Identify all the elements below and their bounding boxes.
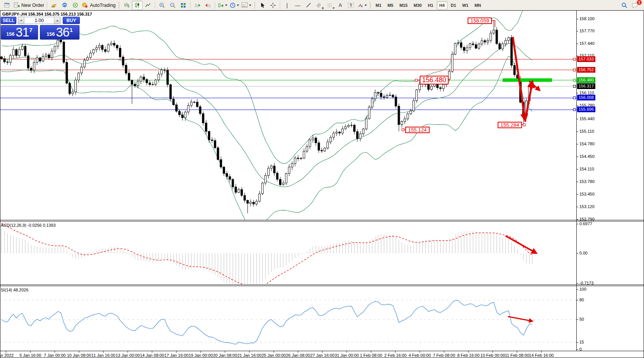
triangle-down-icon — [20, 20, 22, 21]
window-menu-icon[interactable] — [2, 1, 12, 10]
notification-badge: 1 — [636, 0, 642, 5]
volume-decrease-button[interactable] — [18, 17, 24, 24]
separator — [280, 2, 280, 9]
signals-icon-button[interactable] — [70, 1, 81, 10]
search-icon — [621, 2, 628, 8]
horizontal-line-tool-button[interactable]: — — [292, 1, 303, 10]
sell-price-display[interactable]: 156 31 7 — [1, 25, 38, 40]
chart-shift-button[interactable] — [203, 1, 213, 10]
line-chart-icon — [145, 2, 151, 8]
new-order-icon — [13, 2, 20, 8]
toolbar-handle — [370, 2, 371, 9]
new-chart-button[interactable] — [217, 1, 228, 10]
timeframe-m15[interactable]: M15 — [397, 1, 410, 10]
bar-chart-button[interactable] — [121, 1, 132, 10]
candlestick-icon — [134, 2, 140, 8]
equidistant-channel-icon — [316, 3, 322, 8]
signals-icon — [72, 2, 78, 8]
fibonacci-icon — [327, 3, 333, 8]
channel-tool-button[interactable]: E — [314, 1, 324, 10]
chart-canvas[interactable] — [0, 0, 644, 358]
arrows-icon — [357, 2, 363, 8]
sell-button[interactable]: SELL — [1, 17, 16, 24]
macd-label: ACD(12,26,9) -0.0256 0.1393 — [1, 223, 56, 228]
zoom-in-icon — [159, 2, 165, 8]
autotrading-icon — [82, 2, 88, 8]
vertical-line-tool-button[interactable]: | — [282, 1, 292, 10]
volume-control — [18, 17, 60, 24]
search-button[interactable] — [619, 1, 630, 10]
annotation-layer — [402, 21, 552, 321]
autotrading-button[interactable]: AutoTrading — [81, 1, 117, 10]
buy-price-big: 36 — [56, 25, 69, 40]
timeframe-w1[interactable]: W1 — [460, 1, 471, 10]
buy-price-int: 156 — [47, 31, 55, 37]
timeframe-d1[interactable]: D1 — [448, 1, 459, 10]
new-order-label: New Order — [21, 3, 44, 8]
gold-bar-icon[interactable] — [49, 1, 59, 10]
trend-arrow — [506, 236, 536, 253]
main-panel-layer — [0, 7, 576, 229]
zoom-out-button[interactable] — [167, 1, 178, 10]
text-label-tool-button[interactable]: T — [346, 1, 356, 10]
tile-windows-icon — [180, 2, 186, 8]
toolbar-handle — [118, 2, 120, 9]
toolbar: New Order AutoTrading — [0, 0, 644, 10]
new-order-button[interactable]: New Order — [12, 1, 45, 10]
sell-price-int: 156 — [6, 31, 15, 37]
timeframe-group: M1M5M15M30H1H4D1W1MN — [373, 1, 484, 10]
volume-increase-button[interactable] — [54, 17, 60, 24]
gold-ingot-icon — [51, 3, 57, 8]
trendline-tool-button[interactable] — [303, 1, 314, 10]
indicators-icon — [241, 2, 248, 8]
community-icon[interactable] — [59, 1, 70, 10]
dropdown-caret-icon — [237, 5, 239, 6]
arrows-tool-button[interactable] — [356, 1, 368, 10]
zoom-in-button[interactable] — [157, 1, 167, 10]
highlight-bar — [503, 78, 552, 82]
timeframe-m5[interactable]: M5 — [385, 1, 396, 10]
zoom-out-icon — [170, 2, 176, 8]
label-tool-letter: T — [348, 3, 354, 8]
fibonacci-tool-button[interactable]: F — [324, 1, 335, 10]
timeframe-m30[interactable]: M30 — [411, 1, 424, 10]
separator — [190, 2, 190, 9]
new-chart-icon — [218, 2, 224, 8]
indicators-button[interactable] — [240, 1, 252, 10]
rsi-panel-layer — [0, 300, 576, 344]
profiles-button[interactable] — [228, 1, 240, 10]
bar-chart-icon — [124, 2, 130, 8]
crosshair-tool-button[interactable] — [268, 1, 278, 10]
buy-button[interactable]: BUY — [63, 17, 80, 24]
timeframe-mn[interactable]: MN — [472, 1, 484, 10]
triangle-up-icon — [56, 20, 59, 21]
text-tool-button[interactable]: A — [335, 1, 346, 10]
auto-scroll-icon — [194, 2, 201, 8]
sell-price-big: 31 — [16, 25, 29, 40]
macd-panel-layer — [2, 223, 532, 289]
timeframe-m1[interactable]: M1 — [373, 1, 384, 10]
candlestick-chart-button[interactable] — [132, 1, 143, 10]
mt4-window: New Order AutoTrading — [0, 0, 644, 358]
autotrading-label: AutoTrading — [90, 3, 116, 8]
separator — [215, 2, 215, 9]
notifications-button[interactable]: 1 — [630, 1, 640, 10]
toolbar-handle — [254, 2, 255, 9]
buy-price-display[interactable]: 156 36 1 — [40, 25, 79, 40]
tile-windows-button[interactable] — [178, 1, 189, 10]
auto-scroll-button[interactable] — [192, 1, 203, 10]
timeframe-h4[interactable]: H4 — [437, 1, 447, 10]
volume-input[interactable] — [24, 17, 54, 24]
fibo-tool-letter: F — [333, 6, 335, 10]
cursor-tool-button[interactable] — [257, 1, 268, 10]
timeframe-h1[interactable]: H1 — [425, 1, 436, 10]
dropdown-caret-icon — [225, 5, 227, 6]
one-click-prices: 156 31 7 156 36 1 — [1, 25, 80, 40]
line-chart-button[interactable] — [143, 1, 153, 10]
chart-title: GBPJPY-,H4 156.354 156.375 156.213 156.3… — [2, 12, 92, 16]
dropdown-caret-icon — [249, 5, 251, 6]
clock-icon — [230, 2, 236, 8]
cursor-icon — [260, 2, 265, 8]
trendline-icon — [306, 2, 311, 8]
separator — [47, 2, 47, 9]
